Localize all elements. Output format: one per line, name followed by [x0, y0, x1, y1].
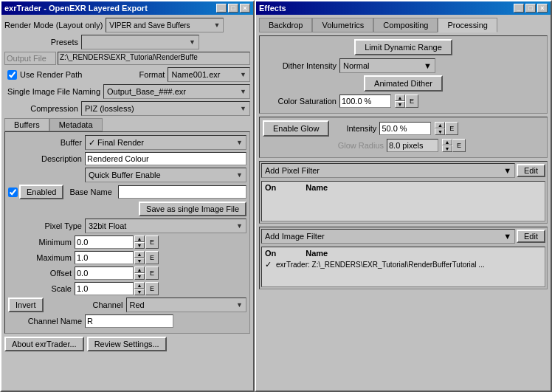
format-dropdown[interactable]: Name001.exr ▼ — [168, 67, 250, 82]
intensity-up[interactable]: ▲ — [435, 122, 445, 128]
glow-radius-down[interactable]: ▼ — [442, 145, 452, 152]
base-name-input[interactable] — [118, 185, 246, 199]
color-sat-reset[interactable]: E — [405, 94, 418, 108]
intensity-label: Intensity — [332, 124, 376, 133]
glow-radius-controls: ▲ ▼ E — [441, 139, 466, 152]
color-sat-up[interactable]: ▲ — [395, 94, 405, 101]
right-title-text: Effects — [259, 4, 286, 13]
effects-minimize-btn[interactable]: _ — [514, 4, 524, 13]
color-sat-down[interactable]: ▼ — [395, 101, 405, 108]
review-button[interactable]: Review Settings... — [87, 337, 167, 351]
use-render-path-checkbox[interactable] — [7, 70, 17, 80]
offset-field: ▲ ▼ E — [75, 267, 246, 280]
quick-buffer-arrow: ▼ — [236, 171, 243, 179]
description-label: Description — [8, 154, 82, 163]
description-input[interactable] — [85, 152, 246, 165]
tab-compositing[interactable]: Compositing — [373, 18, 438, 32]
single-image-dropdown[interactable]: Output_Base_###.exr ▼ — [103, 84, 250, 99]
channel-row: Invert Channel Red ▼ — [8, 298, 246, 312]
minimum-field: ▲ ▼ E — [75, 235, 246, 249]
offset-up[interactable]: ▲ — [134, 267, 145, 273]
effects-maximize-btn[interactable]: □ — [525, 4, 536, 13]
scale-down[interactable]: ▼ — [134, 289, 145, 295]
maximum-label: Maximum — [8, 253, 75, 262]
effects-close-btn[interactable]: × — [537, 4, 548, 13]
tab-metadata[interactable]: Metadata — [49, 118, 103, 131]
offset-down[interactable]: ▼ — [134, 273, 145, 280]
channel-name-input[interactable] — [85, 314, 173, 328]
pixel-filter-edit-button[interactable]: Edit — [517, 164, 545, 177]
offset-label: Offset — [8, 269, 75, 278]
tab-buffers[interactable]: Buffers — [4, 118, 49, 131]
compression-dropdown[interactable]: PIZ (lossless) ▼ — [81, 101, 250, 116]
minimum-down[interactable]: ▼ — [134, 242, 145, 249]
scale-input[interactable] — [75, 282, 134, 295]
save-single-button[interactable]: Save as single Image File — [139, 202, 246, 216]
add-pixel-filter-dropdown[interactable]: Add Pixel Filter ▼ — [261, 163, 515, 178]
quick-buffer-dropdown[interactable]: Quick Buffer Enable ▼ — [85, 168, 246, 182]
scale-reset[interactable]: E — [145, 282, 159, 295]
buffer-dropdown[interactable]: ✓ Final Render ▼ — [85, 135, 246, 150]
maximum-up[interactable]: ▲ — [134, 251, 145, 258]
dither-dropdown[interactable]: Normal ▼ — [339, 58, 435, 73]
glow-radius-up[interactable]: ▲ — [442, 139, 452, 145]
left-title-text: exrTrader - OpenEXR Layered Export — [4, 4, 148, 13]
minimum-input[interactable] — [75, 235, 134, 249]
channel-arrow: ▼ — [236, 301, 243, 309]
maximum-reset[interactable]: E — [145, 251, 159, 264]
output-file-label: Output File — [4, 52, 56, 65]
glow-section: Enable Glow Intensity ▲ ▼ E Glow Radius — [259, 117, 548, 158]
enabled-check-group: Enabled — [8, 185, 63, 199]
minimum-up[interactable]: ▲ — [134, 235, 145, 242]
close-btn[interactable]: × — [240, 4, 250, 13]
enable-glow-button[interactable]: Enable Glow — [263, 120, 329, 137]
scale-row: Scale ▲ ▼ E — [8, 282, 246, 295]
limit-dynamic-range-button[interactable]: Limit Dynamic Range — [354, 39, 452, 55]
buffer-label: Buffer — [8, 138, 82, 147]
glow-radius-reset[interactable]: E — [452, 139, 466, 152]
render-mode-label: Render Mode (Layout only) — [4, 21, 103, 30]
offset-reset[interactable]: E — [145, 267, 159, 280]
tab-volumetrics[interactable]: Volumetrics — [312, 18, 373, 32]
about-button[interactable]: About exrTrader... — [4, 337, 84, 351]
tab-processing[interactable]: Processing — [438, 18, 497, 32]
render-mode-dropdown[interactable]: VIPER and Save Buffers ▼ — [106, 18, 224, 32]
scale-spinner: ▲ ▼ — [134, 282, 145, 295]
intensity-reset[interactable]: E — [445, 122, 458, 135]
pixel-type-dropdown[interactable]: 32bit Float ▼ — [85, 219, 246, 233]
channel-name-row: Channel Name — [8, 314, 246, 328]
image-filter-name: exrTrader: Z:\_RENDERS\EXR_Tutorial\Rend… — [276, 261, 485, 269]
enabled-checkbox[interactable] — [8, 188, 18, 197]
intensity-input[interactable] — [379, 122, 431, 135]
offset-input[interactable] — [75, 267, 134, 280]
tab-backdrop[interactable]: Backdrop — [259, 18, 312, 32]
intensity-down[interactable]: ▼ — [435, 128, 445, 135]
presets-label: Presets — [4, 38, 78, 47]
channel-dropdown[interactable]: Red ▼ — [126, 298, 246, 312]
minimum-reset[interactable]: E — [145, 235, 159, 249]
buffers-content: Buffer ✓ Final Render ▼ Description Quic… — [4, 131, 250, 334]
maximize-btn[interactable]: □ — [228, 4, 238, 13]
minimize-btn[interactable]: _ — [216, 4, 227, 13]
maximum-input[interactable] — [75, 251, 134, 264]
glow-row: Enable Glow Intensity ▲ ▼ E — [263, 120, 544, 137]
scale-label: Scale — [8, 284, 75, 293]
scale-up[interactable]: ▲ — [134, 282, 145, 289]
glow-radius-label: Glow Radius — [332, 141, 384, 150]
image-filter-edit-button[interactable]: Edit — [517, 230, 545, 243]
color-sat-input[interactable] — [339, 94, 391, 108]
presets-dropdown[interactable]: ▼ — [81, 35, 199, 49]
color-sat-controls: ▲ ▼ E — [394, 94, 418, 108]
pixel-type-label: Pixel Type — [8, 221, 82, 230]
output-file-row: Output File Z:\_RENDERS\EXR_Tutorial\Ren… — [4, 52, 250, 65]
color-sat-label: Color Saturation — [263, 97, 337, 106]
glow-radius-input[interactable] — [387, 139, 438, 152]
enabled-button[interactable]: Enabled — [19, 185, 63, 199]
maximum-down[interactable]: ▼ — [134, 258, 145, 264]
add-image-filter-dropdown[interactable]: Add Image Filter ▼ — [261, 229, 515, 244]
pixel-type-row: Pixel Type 32bit Float ▼ — [8, 219, 246, 233]
intensity-controls: ▲ ▼ E — [434, 122, 458, 135]
single-image-arrow: ▼ — [240, 88, 246, 95]
invert-button[interactable]: Invert — [8, 298, 44, 312]
animated-dither-button[interactable]: Animated Dither — [364, 75, 443, 92]
